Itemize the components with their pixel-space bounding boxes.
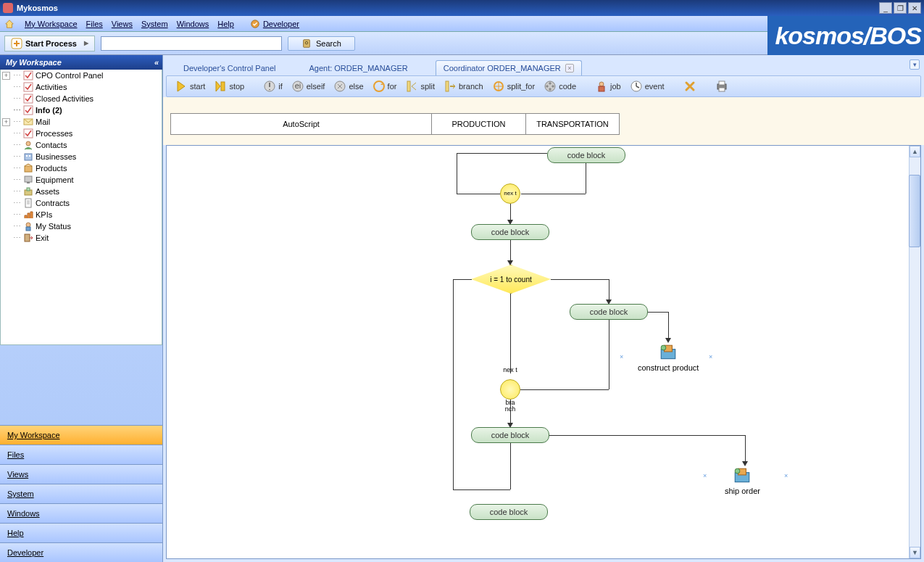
menu-system[interactable]: System: [141, 20, 168, 28]
status-icon: [23, 221, 33, 231]
loop-label: i = 1 to count: [490, 276, 532, 284]
selection-handle[interactable]: ×: [784, 474, 788, 478]
section-tab-production[interactable]: PRODUCTION: [431, 113, 525, 135]
node-loop-diamond[interactable]: i = 1 to count: [471, 265, 551, 294]
menu-files[interactable]: Files: [86, 20, 103, 28]
tree-item-activities[interactable]: ⋯Activities: [1, 81, 162, 93]
tool-print[interactable]: [713, 80, 731, 93]
tool-label: start: [190, 82, 205, 91]
tab-coordinator[interactable]: Coordinator ORDER_MANAGER ×: [436, 60, 582, 75]
tool-elseif[interactable]: eielseif: [289, 80, 328, 93]
tool-event[interactable]: event: [628, 80, 667, 93]
node-next-1[interactable]: nex t: [500, 183, 520, 204]
start-process-label: Start Process: [25, 39, 77, 48]
tool-else[interactable]: else: [331, 80, 365, 93]
node-code-block-5[interactable]: code block: [470, 504, 548, 520]
svg-rect-22: [25, 234, 30, 241]
node-construct-product[interactable]: construct product: [638, 343, 699, 372]
tree-item-businesses[interactable]: ⋯Businesses: [1, 151, 162, 162]
nav-windows[interactable]: Windows: [0, 503, 162, 523]
collapse-icon[interactable]: «: [154, 58, 157, 67]
selection-handle[interactable]: ×: [620, 355, 624, 359]
tool-label: for: [388, 82, 397, 91]
tool-job[interactable]: job: [593, 80, 623, 93]
tree-item-closed-activities[interactable]: ⋯Closed Activities: [1, 93, 162, 104]
svg-rect-11: [25, 154, 32, 160]
tool-label: elseif: [307, 82, 325, 91]
tree-item-contracts[interactable]: ⋯Contracts: [1, 197, 162, 209]
node-code-block-3[interactable]: code block: [570, 304, 648, 320]
tool-split[interactable]: split: [403, 80, 437, 93]
node-code-block-2[interactable]: code block: [471, 224, 549, 240]
dropdown-arrow-icon: ▶: [84, 40, 88, 46]
search-button[interactable]: Search: [288, 36, 355, 51]
tree-item-my-status[interactable]: ⋯My Status: [1, 220, 162, 232]
close-button[interactable]: ✕: [908, 2, 921, 14]
tool-delete[interactable]: [681, 80, 699, 93]
search-input[interactable]: [101, 36, 282, 51]
tree-item-equipment[interactable]: ⋯Equipment: [1, 174, 162, 186]
tree-item-exit[interactable]: ⋯Exit: [1, 232, 162, 244]
menu-views[interactable]: Views: [112, 20, 133, 28]
node-code-block-4[interactable]: code block: [471, 427, 549, 443]
section-tab-autoscript[interactable]: AutoScript: [170, 113, 431, 135]
node-code-block-1[interactable]: code block: [547, 147, 625, 163]
selection-handle[interactable]: ×: [709, 355, 713, 359]
tab-coordinator-label: Coordinator ORDER_MANAGER: [444, 64, 561, 73]
tree-connector-icon: ⋯: [12, 175, 21, 185]
menu-developer[interactable]: Developer: [263, 20, 299, 28]
maximize-button[interactable]: ❐: [894, 2, 907, 14]
sidebar-header[interactable]: My Workspace «: [0, 55, 162, 70]
tool-if[interactable]: if: [261, 80, 285, 93]
tab-agent[interactable]: Agent: ORDER_MANAGER: [303, 61, 413, 75]
tree-item-mail[interactable]: +⋯Mail: [1, 116, 162, 128]
connector: [510, 294, 511, 373]
tab-close-button[interactable]: ×: [565, 64, 574, 73]
nav-help[interactable]: Help: [0, 523, 162, 542]
tab-developers-panel[interactable]: Developer's Control Panel: [178, 61, 281, 75]
tabs-overflow-button[interactable]: ▾: [910, 59, 920, 70]
tree-item-label: Activities: [36, 83, 67, 91]
connector: [457, 194, 500, 194]
tool-start[interactable]: start: [172, 80, 207, 93]
tree-item-info-2-[interactable]: ⋯Info (2): [1, 104, 162, 116]
tool-code[interactable]: code: [541, 80, 578, 93]
node-ship-order[interactable]: ship order: [725, 466, 760, 495]
menu-workspace[interactable]: My Workspace: [25, 20, 78, 28]
svg-rect-23: [221, 82, 225, 91]
scroll-up-button[interactable]: ▲: [910, 146, 920, 157]
menu-help[interactable]: Help: [217, 20, 234, 28]
flowchart-canvas[interactable]: code block nex t code block i = 1 to cou…: [166, 145, 921, 559]
tree-item-products[interactable]: ⋯Products: [1, 162, 162, 174]
scroll-thumb[interactable]: [909, 175, 920, 247]
nav-system[interactable]: System: [0, 484, 162, 503]
tree-item-contacts[interactable]: ⋯Contacts: [1, 139, 162, 151]
tool-stop[interactable]: stop: [212, 80, 246, 93]
connector: [609, 320, 609, 389]
tool-split_for[interactable]: split_for: [490, 80, 538, 93]
minimize-button[interactable]: _: [879, 2, 892, 14]
scroll-down-button[interactable]: ▼: [910, 547, 920, 558]
section-tabs: AutoScript PRODUCTION TRANSPORTATION: [170, 113, 917, 135]
tool-branch[interactable]: branch: [441, 80, 486, 93]
nav-views[interactable]: Views: [0, 464, 162, 484]
tree-item-assets[interactable]: ⋯Assets: [1, 186, 162, 197]
connector: [520, 389, 609, 390]
tool-for[interactable]: for: [370, 80, 399, 93]
menu-windows[interactable]: Windows: [177, 20, 209, 28]
start-process-button[interactable]: Start Process ▶: [4, 36, 95, 51]
section-tab-transportation[interactable]: TRANSPORTATION: [525, 113, 620, 135]
nav-developer[interactable]: Developer: [0, 542, 162, 562]
tree-item-processes[interactable]: ⋯Processes: [1, 128, 162, 139]
tree-view[interactable]: +⋯CPO Control Panel⋯Activities⋯Closed Ac…: [0, 70, 162, 345]
tree-connector-icon: ⋯: [12, 187, 21, 197]
nav-files[interactable]: Files: [0, 445, 162, 464]
vertical-scrollbar[interactable]: ▲ ▼: [909, 146, 920, 558]
expander-icon[interactable]: +: [2, 72, 10, 80]
tree-item-kpis[interactable]: ⋯KPIs: [1, 209, 162, 220]
node-branch[interactable]: [500, 379, 520, 400]
expander-icon[interactable]: +: [2, 118, 10, 126]
selection-handle[interactable]: ×: [703, 474, 707, 478]
tree-item-cpo-control-panel[interactable]: +⋯CPO Control Panel: [1, 70, 162, 81]
nav-my-workspace[interactable]: My Workspace: [0, 425, 162, 445]
